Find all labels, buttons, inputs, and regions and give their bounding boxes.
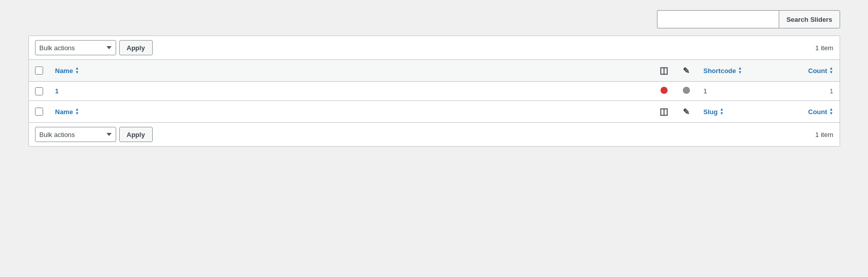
header-shortcode-link[interactable]: Shortcode ▲ ▼	[704, 66, 742, 75]
header-slider-icon-cell: ◫	[653, 60, 675, 82]
bottom-toolbar-left: Bulk actions Apply	[35, 127, 153, 142]
footer-count-sort-arrows: ▲ ▼	[829, 108, 834, 116]
header-checkbox-cell	[29, 60, 49, 82]
row-count-cell: 1	[789, 82, 840, 101]
shortcode-sort-down: ▼	[738, 71, 742, 75]
footer-count-sort-down: ▼	[829, 112, 834, 116]
header-name-link[interactable]: Name ▲ ▼	[55, 66, 79, 75]
footer-checkbox-cell	[29, 101, 49, 123]
row-checkbox-cell	[29, 82, 49, 101]
sliders-table: Name ▲ ▼ ◫ ✎	[29, 59, 840, 122]
footer-pen-icon: ✎	[683, 108, 689, 116]
row-name-cell: 1	[49, 82, 653, 101]
footer-slug-sort-arrows: ▲ ▼	[720, 108, 724, 116]
footer-slider-icon-cell: ◫	[653, 101, 675, 123]
footer-slug-cell: Slug ▲ ▼	[698, 101, 789, 123]
footer-name-cell: Name ▲ ▼	[49, 101, 653, 123]
status-dot-gray	[683, 87, 690, 94]
bulk-actions-select-top[interactable]: Bulk actions	[35, 40, 116, 55]
top-toolbar-left: Bulk actions Apply	[35, 40, 153, 55]
row-checkbox[interactable]	[35, 87, 43, 95]
name-sort-arrows: ▲ ▼	[75, 66, 79, 75]
footer-slug-sort-down: ▼	[720, 112, 724, 116]
header-name-label: Name	[55, 67, 73, 75]
table-footer-row: Name ▲ ▼ ◫ ✎	[29, 101, 840, 123]
sort-down-icon: ▼	[75, 71, 79, 75]
count-sort-down: ▼	[829, 71, 834, 75]
status-dot-red	[661, 87, 668, 94]
item-count-top: 1 item	[815, 44, 833, 52]
footer-count-cell: Count ▲ ▼	[789, 101, 840, 123]
table-row: 1 1 1	[29, 82, 840, 101]
search-sliders-button[interactable]: Search Sliders	[779, 10, 840, 28]
header-count-label: Count	[808, 67, 827, 75]
row-count-link[interactable]: 1	[829, 87, 833, 95]
row-shortcode-cell: 1	[698, 82, 789, 101]
search-input[interactable]	[657, 10, 779, 28]
row-name-link[interactable]: 1	[55, 87, 59, 95]
apply-button-top[interactable]: Apply	[119, 40, 153, 55]
footer-slug-label: Slug	[704, 108, 718, 116]
row-dot-gray-cell	[675, 82, 698, 101]
bottom-toolbar: Bulk actions Apply 1 item	[29, 122, 840, 146]
pen-column-icon: ✎	[683, 66, 689, 75]
footer-count-label: Count	[808, 108, 827, 116]
search-bar: Search Sliders	[28, 10, 840, 28]
sliders-table-container: Bulk actions Apply 1 item	[28, 36, 840, 147]
row-shortcode-value: 1	[704, 87, 707, 95]
apply-button-bottom[interactable]: Apply	[119, 127, 153, 142]
select-all-checkbox[interactable]	[35, 66, 43, 75]
footer-sort-down: ▼	[75, 112, 79, 116]
row-dot-red-cell	[653, 82, 675, 101]
footer-name-link[interactable]: Name ▲ ▼	[55, 108, 79, 116]
footer-name-label: Name	[55, 108, 73, 116]
top-toolbar: Bulk actions Apply 1 item	[29, 36, 840, 59]
footer-name-sort-arrows: ▲ ▼	[75, 108, 79, 116]
header-count-cell: Count ▲ ▼	[789, 60, 840, 82]
header-shortcode-label: Shortcode	[704, 67, 736, 75]
header-pen-icon-cell: ✎	[675, 60, 698, 82]
shortcode-sort-arrows: ▲ ▼	[738, 66, 742, 75]
footer-slug-link[interactable]: Slug ▲ ▼	[704, 108, 724, 116]
bulk-actions-select-bottom[interactable]: Bulk actions	[35, 127, 116, 142]
footer-count-link[interactable]: Count ▲ ▼	[808, 108, 833, 116]
item-count-bottom: 1 item	[815, 131, 833, 138]
slider-column-icon: ◫	[659, 65, 668, 76]
table-header-row: Name ▲ ▼ ◫ ✎	[29, 60, 840, 82]
header-shortcode-cell: Shortcode ▲ ▼	[698, 60, 789, 82]
footer-slider-icon: ◫	[659, 107, 668, 117]
header-count-link[interactable]: Count ▲ ▼	[808, 66, 833, 75]
footer-select-all-checkbox[interactable]	[35, 108, 43, 116]
header-name-cell: Name ▲ ▼	[49, 60, 653, 82]
count-sort-arrows: ▲ ▼	[829, 66, 834, 75]
footer-pen-icon-cell: ✎	[675, 101, 698, 123]
